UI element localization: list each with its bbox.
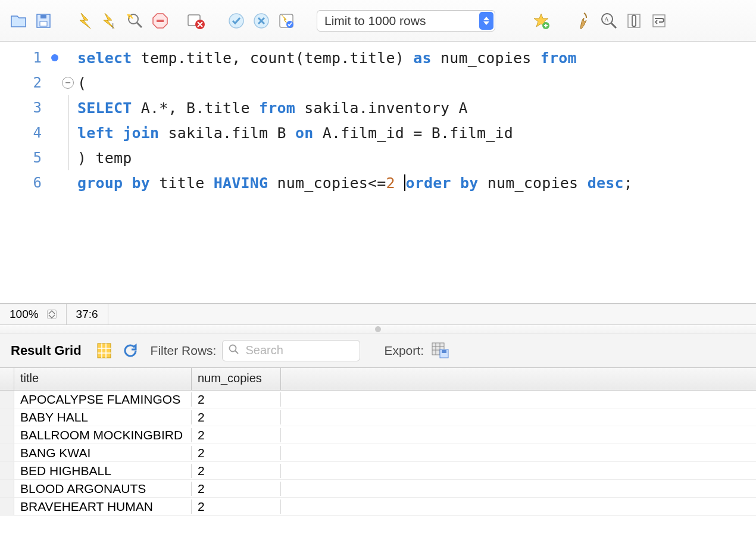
editor-gutter: 12−3456 — [0, 42, 77, 303]
search-button[interactable]: A — [599, 11, 619, 31]
table-row[interactable]: APOCALYPSE FLAMINGOS2 — [0, 391, 756, 408]
svg-rect-18 — [98, 344, 111, 358]
cell-num-copies[interactable]: 2 — [192, 464, 281, 478]
svg-rect-16 — [628, 14, 640, 27]
cell-title[interactable]: BLOOD ARGONAUTS — [14, 482, 192, 496]
cell-num-copies[interactable]: 2 — [192, 499, 281, 514]
export-label: Export: — [384, 344, 424, 358]
select-arrows-icon — [479, 12, 493, 30]
grid-view-icon[interactable] — [96, 342, 113, 359]
cell-num-copies[interactable]: 2 — [192, 392, 281, 407]
cell-title[interactable]: BABY HALL — [14, 410, 192, 424]
position-value: 37:6 — [76, 308, 98, 321]
cell-title[interactable]: APOCALYPSE FLAMINGOS — [14, 392, 192, 407]
open-file-button[interactable] — [8, 11, 29, 31]
cursor-position: 37:6 — [67, 304, 108, 324]
svg-text:A: A — [604, 15, 609, 23]
svg-rect-1 — [40, 21, 47, 26]
row-limit-label: Limit to 1000 rows — [324, 14, 426, 28]
execute-button[interactable] — [75, 11, 95, 31]
svg-rect-2 — [40, 15, 46, 18]
wrap-button[interactable] — [649, 11, 669, 31]
zoom-level[interactable]: 100% — [0, 304, 67, 324]
save-button[interactable] — [33, 11, 54, 31]
svg-point-19 — [230, 345, 236, 351]
results-header: title num_copies — [0, 368, 756, 391]
show-whitespace-button[interactable] — [624, 11, 644, 31]
commit-button[interactable] — [226, 11, 246, 31]
splitter-handle[interactable] — [0, 325, 756, 333]
zoom-value: 100% — [10, 308, 39, 321]
search-icon — [229, 343, 239, 358]
sql-editor[interactable]: 12−3456 select temp.title, count(temp.ti… — [0, 42, 756, 304]
table-row[interactable]: BED HIGHBALL2 — [0, 462, 756, 480]
execute-cursor-button[interactable]: I — [100, 11, 120, 31]
explain-button[interactable] — [125, 11, 145, 31]
cell-title[interactable]: BED HIGHBALL — [14, 464, 192, 478]
favorite-button[interactable] — [531, 11, 551, 31]
export-button[interactable] — [432, 342, 449, 359]
cell-num-copies[interactable]: 2 — [192, 410, 281, 424]
cell-title[interactable]: BANG KWAI — [14, 446, 192, 460]
svg-rect-6 — [157, 20, 164, 22]
table-row[interactable]: BALLROOM MOCKINGBIRD2 — [0, 426, 756, 444]
results-grid[interactable]: APOCALYPSE FLAMINGOS2BABY HALL2BALLROOM … — [0, 391, 756, 516]
stop-on-error-button[interactable] — [186, 11, 206, 31]
cell-title[interactable]: BRAVEHEART HUMAN — [14, 499, 192, 514]
zoom-stepper-icon[interactable] — [47, 310, 57, 319]
refresh-button[interactable] — [122, 342, 139, 359]
main-toolbar: I Limit to 1000 rows A — [0, 0, 756, 42]
filter-rows-input[interactable] — [244, 343, 354, 358]
filter-rows-label: Filter Rows: — [151, 344, 217, 358]
column-header-num-copies[interactable]: num_copies — [192, 368, 281, 390]
cell-num-copies[interactable]: 2 — [192, 482, 281, 496]
filter-rows-input-wrap[interactable] — [222, 340, 360, 361]
table-row[interactable]: BANG KWAI2 — [0, 444, 756, 462]
svg-text:I: I — [112, 22, 114, 30]
row-limit-select[interactable]: Limit to 1000 rows — [317, 10, 495, 32]
editor-code-area[interactable]: select temp.title, count(temp.title) as … — [77, 42, 756, 303]
stop-button[interactable] — [150, 11, 170, 31]
results-toolbar: Result Grid Filter Rows: Export: — [0, 333, 756, 368]
autocommit-button[interactable] — [276, 11, 296, 31]
table-row[interactable]: BRAVEHEART HUMAN2 — [0, 498, 756, 516]
result-grid-label: Result Grid — [11, 343, 82, 358]
column-header-title[interactable]: title — [14, 368, 192, 390]
table-row[interactable]: BLOOD ARGONAUTS2 — [0, 480, 756, 498]
rollback-button[interactable] — [251, 11, 271, 31]
editor-statusbar: 100% 37:6 — [0, 304, 756, 325]
table-row[interactable]: BABY HALL2 — [0, 408, 756, 426]
cell-num-copies[interactable]: 2 — [192, 428, 281, 442]
svg-rect-22 — [442, 350, 446, 353]
beautify-button[interactable] — [574, 11, 594, 31]
cell-num-copies[interactable]: 2 — [192, 446, 281, 460]
cell-title[interactable]: BALLROOM MOCKINGBIRD — [14, 428, 192, 442]
